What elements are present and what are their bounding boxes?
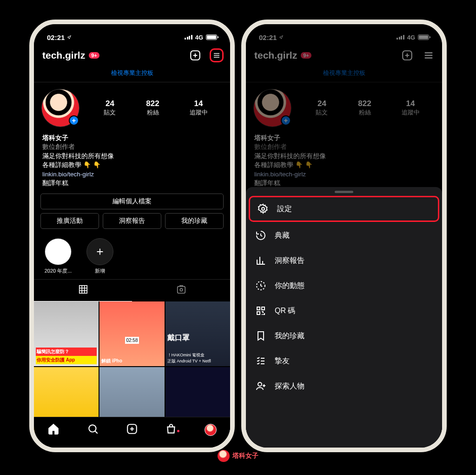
signal-icon: [185, 35, 192, 40]
tab-grid[interactable]: [34, 280, 132, 301]
battery-icon: [418, 34, 429, 40]
menu-saved[interactable]: 我的珍藏: [246, 323, 442, 348]
edit-profile-button[interactable]: 編輯個人檔案: [40, 194, 224, 209]
notification-badge: 9+: [301, 52, 311, 59]
bio-category: 數位創作者: [42, 142, 222, 152]
network-label: 4G: [407, 34, 415, 41]
nav-home-icon[interactable]: [47, 423, 60, 437]
create-button[interactable]: [400, 48, 414, 62]
bio-name: 塔科女子: [42, 134, 222, 143]
svg-point-7: [262, 207, 264, 210]
menu-label: 設定: [277, 204, 292, 214]
stat-following[interactable]: 14追蹤中: [190, 99, 208, 117]
status-time: 02:21: [47, 33, 65, 41]
menu-label: 洞察報告: [275, 256, 304, 266]
watermark-avatar: [218, 450, 230, 462]
network-label: 4G: [195, 34, 203, 41]
menu-label: 典藏: [275, 231, 290, 241]
menu-qr[interactable]: QR 碼: [246, 298, 442, 323]
username[interactable]: tech.girlz: [254, 50, 297, 61]
menu-label: 探索人物: [275, 381, 304, 391]
bio-line: 各種詳細教學 👇 👇: [42, 161, 222, 170]
post-grid: 騙簡訊怎麼防？你用安全防護 App 02:58解鎖 iPho 戴口罩！HAKOm…: [34, 301, 230, 432]
profile-header: tech.girlz 9+: [34, 44, 230, 65]
menu-sheet: 設定 典藏 洞察報告 你的動態 QR 碼 我的珍藏: [246, 187, 442, 448]
svg-rect-10: [262, 307, 264, 310]
bio-section: 塔科女子 數位創作者 滿足你對科技的所有想像 各種詳細教學 👇 👇 linkin…: [34, 134, 230, 194]
nav-search-icon[interactable]: [87, 423, 99, 437]
stat-following[interactable]: 14追蹤中: [402, 99, 420, 117]
watermark: 塔科女子: [218, 450, 258, 462]
sheet-grabber[interactable]: [335, 191, 353, 193]
svg-point-12: [258, 382, 262, 386]
add-story-icon[interactable]: +: [69, 115, 79, 126]
menu-insights[interactable]: 洞察報告: [246, 248, 442, 273]
menu-settings[interactable]: 設定: [249, 196, 439, 222]
battery-icon: [206, 34, 217, 40]
highlight-circle: [45, 238, 72, 265]
dashboard-link[interactable]: 檢視專業主控板: [246, 65, 442, 82]
highlight-add[interactable]: 新增: [84, 238, 116, 274]
watermark-text: 塔科女子: [232, 452, 258, 460]
promote-button[interactable]: 推廣活動: [40, 213, 99, 229]
stat-posts[interactable]: 24貼文: [316, 99, 328, 117]
bio-link[interactable]: linkin.bio/tech-girlz: [42, 170, 222, 179]
menu-close-friends[interactable]: 摯友: [246, 348, 442, 374]
translate-link[interactable]: 翻譯年糕: [42, 179, 222, 188]
nav-shop-icon[interactable]: [165, 423, 177, 437]
status-time: 02:21: [259, 33, 277, 41]
menu-label: 你的動態: [275, 281, 304, 291]
add-story-icon[interactable]: +: [281, 115, 291, 126]
plus-icon: [86, 238, 113, 265]
notch: [298, 24, 390, 37]
post-thumbnail[interactable]: 戴口罩！HAKOmini 電視盒正版 Android TV + Netfl: [165, 301, 230, 366]
svg-rect-2: [177, 286, 185, 293]
phone-left: 02:21 4G tech.girlz 9+: [29, 20, 235, 452]
menu-label: QR 碼: [275, 306, 295, 316]
menu-activity[interactable]: 你的動態: [246, 273, 442, 298]
svg-rect-11: [257, 312, 260, 314]
signal-icon: [397, 35, 404, 40]
bottom-nav: [34, 417, 230, 448]
stat-followers[interactable]: 822粉絲: [358, 99, 371, 117]
insights-button[interactable]: 洞察報告: [103, 213, 161, 229]
username[interactable]: tech.girlz: [42, 50, 85, 61]
bio-line: 滿足你對科技的所有想像: [42, 152, 222, 161]
menu-archive[interactable]: 典藏: [246, 223, 442, 248]
tab-tagged[interactable]: [132, 280, 230, 301]
profile-avatar[interactable]: +: [41, 89, 79, 127]
menu-label: 我的珍藏: [275, 331, 304, 341]
menu-discover[interactable]: 探索人物: [246, 374, 442, 399]
stat-posts[interactable]: 24貼文: [104, 99, 116, 117]
svg-point-3: [180, 288, 183, 291]
notch: [86, 24, 178, 37]
svg-rect-9: [257, 307, 260, 310]
profile-avatar[interactable]: +: [253, 89, 291, 127]
post-thumbnail[interactable]: 騙簡訊怎麼防？你用安全防護 App: [34, 301, 99, 366]
create-button[interactable]: [188, 48, 202, 62]
svg-point-4: [89, 425, 96, 432]
highlight-item[interactable]: 2020 年度...: [42, 238, 74, 274]
nav-profile-icon[interactable]: [205, 424, 217, 436]
saved-button[interactable]: 我的珍藏: [165, 213, 224, 229]
post-thumbnail[interactable]: 02:58解鎖 iPho: [99, 301, 164, 366]
phone-right: 02:21 4G tech.girlz 9+ 檢視: [241, 20, 447, 452]
nav-create-icon[interactable]: [126, 423, 138, 437]
notification-badge: 9+: [89, 52, 99, 59]
svg-rect-1: [79, 286, 87, 294]
hamburger-menu-button[interactable]: [422, 48, 436, 62]
dashboard-link[interactable]: 檢視專業主控板: [34, 65, 230, 82]
menu-label: 摯友: [275, 356, 290, 366]
stat-followers[interactable]: 822粉絲: [146, 99, 159, 117]
hamburger-menu-button[interactable]: [210, 48, 224, 62]
